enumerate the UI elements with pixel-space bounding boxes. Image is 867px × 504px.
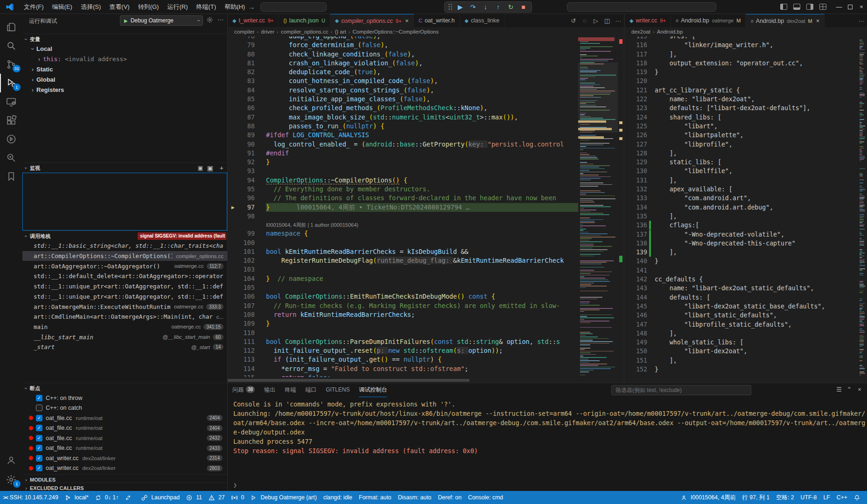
- toggle-sidebar-icon[interactable]: [780, 4, 787, 10]
- toggle-secondary-sidebar-icon[interactable]: [806, 4, 813, 10]
- line-number[interactable]: 105: [238, 283, 255, 292]
- line-number[interactable]: 98: [238, 212, 255, 221]
- line-number[interactable]: 146: [629, 311, 647, 320]
- code-line[interactable]: 132 apex_available: [: [625, 185, 867, 194]
- line-number[interactable]: 88: [238, 122, 255, 131]
- line-number[interactable]: 149: [629, 338, 647, 347]
- line-number[interactable]: 139: [629, 248, 647, 257]
- code-line[interactable]: 119}: [625, 68, 867, 77]
- tab-t_writer.cc[interactable]: ◆t_writer.cc9+: [228, 14, 279, 27]
- watch-empty-area[interactable]: [22, 173, 227, 231]
- line-number[interactable]: 90: [238, 140, 255, 149]
- minimap-viewport[interactable]: [578, 63, 618, 133]
- minimap-2[interactable]: [858, 36, 867, 377]
- line-number[interactable]: 141: [629, 266, 647, 275]
- code-line[interactable]: 140}: [625, 257, 867, 266]
- line-number[interactable]: 79: [238, 41, 255, 49]
- line-number[interactable]: 144: [629, 293, 647, 302]
- code-line[interactable]: 136 cflags:[: [625, 221, 867, 230]
- line-number[interactable]: 115: [238, 373, 255, 377]
- line-number[interactable]: 89: [238, 131, 255, 140]
- split-editor-icon[interactable]: ◫: [601, 17, 613, 24]
- code-line[interactable]: 87 max_image_block_size_(std::numeric_li…: [228, 113, 624, 122]
- line-number[interactable]: 107: [238, 301, 255, 310]
- tab-Android.bp[interactable]: ≡Android.bpdex2oatM×: [746, 14, 825, 27]
- status-git-sync[interactable]: 0↓ 1↑: [92, 491, 122, 504]
- status-compare-changes[interactable]: [122, 491, 138, 504]
- code-line[interactable]: 142cc_defaults {: [625, 275, 867, 284]
- status-eol[interactable]: LF: [820, 491, 833, 504]
- status-errors[interactable]: 11: [183, 491, 205, 504]
- code-line[interactable]: 99namespace {: [228, 229, 624, 238]
- console-line[interactable]: Console is in 'commands' mode, prefix ex…: [228, 400, 867, 409]
- activity-run-circle-icon[interactable]: [0, 130, 22, 148]
- section-breakpoints[interactable]: ›断点: [22, 383, 227, 393]
- panel-tab-终端[interactable]: 终端: [285, 383, 296, 397]
- code-line[interactable]: 89#ifdef LOG_CONTROL_ANALYSIS: [228, 131, 624, 140]
- breakpoint-checkbox[interactable]: ✓: [36, 435, 42, 441]
- code-line[interactable]: 80 check_linkage_conditions_(false),: [228, 50, 624, 59]
- code-line[interactable]: 116 "linker/image_writer.h",: [625, 41, 867, 49]
- code-line[interactable]: 104} // namespace: [228, 274, 624, 283]
- code-line[interactable]: 98: [228, 212, 624, 221]
- call-stack-frame[interactable]: _start@_start14: [22, 342, 227, 352]
- code-line[interactable]: 105: [228, 283, 624, 292]
- line-number[interactable]: 101: [238, 247, 255, 256]
- status-git-blame[interactable]: I00015064, 4周前: [678, 491, 739, 504]
- code-line[interactable]: 134 "com.android.art.debug",: [625, 203, 867, 212]
- code-line[interactable]: 90 log_control_enabled_ = (android::base…: [228, 140, 624, 149]
- more-actions-icon[interactable]: ···: [613, 17, 624, 24]
- line-number[interactable]: 103: [238, 265, 255, 274]
- variable-this[interactable]: ›this: <invalid address>: [22, 54, 227, 64]
- code-line[interactable]: 107 // Run-time checks (e.g. Marking Reg…: [228, 301, 624, 310]
- breakpoint-checkbox[interactable]: ✓: [36, 425, 42, 431]
- activity-source-control-icon[interactable]: 31: [0, 55, 22, 74]
- call-stack-frame[interactable]: art::CmdlineMain<art::OatmergeArgs>::Mai…: [22, 312, 227, 322]
- activity-tools-icon[interactable]: [0, 148, 22, 167]
- command-center-search[interactable]: [567, 2, 716, 12]
- code-line[interactable]: 118 output_extension: "operator_out.cc",: [625, 59, 867, 68]
- breadcrumb-item[interactable]: dex2oat: [631, 29, 650, 35]
- status-clangd-status[interactable]: clangd: idle: [320, 491, 356, 504]
- code-line[interactable]: 124 shared_libs: [: [625, 113, 867, 122]
- code-line[interactable]: 129 static_libs: [: [625, 158, 867, 167]
- panel-tab-问题[interactable]: 问题38: [232, 383, 255, 397]
- line-number[interactable]: 85: [238, 95, 255, 104]
- line-number[interactable]: 135: [629, 212, 647, 221]
- call-stack-frame[interactable]: std::__1::unique_ptr<art::OatAggregator,…: [22, 292, 227, 302]
- line-number[interactable]: 152: [629, 365, 647, 374]
- filter-list-icon[interactable]: ☰: [834, 386, 844, 393]
- breakpoint-row[interactable]: ✓oat_file.ccruntime/oat2404: [22, 423, 227, 434]
- line-number[interactable]: 112: [238, 346, 255, 355]
- step-over-icon[interactable]: ↷: [467, 2, 479, 12]
- line-number[interactable]: 130: [629, 167, 647, 175]
- code-line[interactable]: 82 deduplicate_code_(true),: [228, 68, 624, 77]
- code-line[interactable]: 148 ],: [625, 329, 867, 338]
- breadcrumb-item[interactable]: compiler_options.cc: [281, 29, 329, 35]
- tab-class_linke[interactable]: ◆class_linke: [460, 14, 505, 27]
- line-number[interactable]: 104: [238, 274, 255, 283]
- breakpoint-row[interactable]: ✓oat_writer.ccdex2oat/linker2314: [22, 453, 227, 463]
- close-watch-icon[interactable]: ▣: [198, 163, 203, 173]
- panel-tab-GITLENS[interactable]: GITLENS: [326, 383, 350, 397]
- stop-icon[interactable]: ■: [517, 2, 530, 12]
- menu-1[interactable]: 编辑(E): [48, 0, 77, 14]
- console-line[interactable]: oat/arm64/base.odex --incre-oat=/home/m0…: [228, 419, 867, 428]
- console-line[interactable]: Launching: /home/m00017597/v-trunk/out/h…: [228, 409, 867, 419]
- code-line[interactable]: 115 return false;: [228, 373, 624, 377]
- run-icon[interactable]: ▷: [590, 17, 601, 24]
- code-line[interactable]: 108 return kEmitRuntimeReadBarrierChecks…: [228, 310, 624, 319]
- console-line[interactable]: Stop reason: signal SIGSEGV: invalid add…: [228, 447, 867, 456]
- code-line[interactable]: 102 RegisterRuntimeDebugFlag(runtime_deb…: [228, 256, 624, 265]
- step-out-icon[interactable]: ↑: [492, 2, 504, 12]
- customize-layout-icon[interactable]: [819, 4, 826, 10]
- breakpoint-checkbox[interactable]: ✓: [36, 415, 42, 421]
- call-stack-frame[interactable]: std::__1::unique_ptr<art::OatAggregator,…: [22, 281, 227, 292]
- add-watch-icon[interactable]: +: [220, 163, 224, 173]
- code-line[interactable]: 121art_cc_library_static {: [625, 86, 867, 95]
- status-deref-mode[interactable]: Deref: on: [434, 491, 465, 504]
- code-line[interactable]: 122 name: "libart-dex2oat",: [625, 95, 867, 104]
- code-line[interactable]: 123 defaults: ["libart-dex2oat-defaults"…: [625, 104, 867, 112]
- code-line[interactable]: 137 "-Wno-deprecated-volatile",: [625, 230, 867, 239]
- line-number[interactable]: 81: [238, 59, 255, 68]
